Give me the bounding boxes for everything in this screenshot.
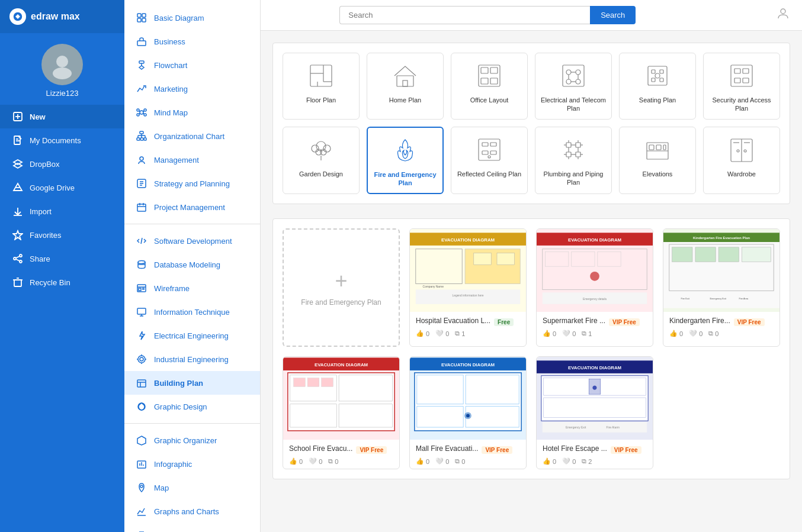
gallery-card-hospital-evac[interactable]: EVACUATION DIAGRAM Company Name Legend i… [409, 228, 527, 347]
template-card-seating-plan[interactable]: Seating Plan [619, 53, 696, 120]
supermarket-fire-thumb: EVACUATION DIAGRAM Emergency details [537, 229, 653, 312]
floor-plan-icon [306, 60, 336, 91]
svg-text:Emergency details: Emergency details [583, 298, 607, 301]
nav-item-marketing[interactable]: Marketing [124, 77, 260, 101]
nav-item-building-plan[interactable]: Building Plan [124, 371, 260, 395]
user-account-icon[interactable] [776, 7, 790, 24]
svg-point-68 [138, 356, 145, 363]
template-card-security-access[interactable]: Security and Access Plan [703, 53, 780, 120]
template-card-floor-plan[interactable]: Floor Plan [283, 53, 360, 120]
search-button[interactable]: Search [590, 6, 636, 24]
kindergarten-fire-likes: 👍 0 [669, 330, 683, 337]
google-drive-icon [12, 182, 24, 194]
app-logo[interactable]: edraw max [0, 0, 124, 33]
nav-item-mind-map-label: Mind Map [154, 108, 188, 117]
template-card-home-plan[interactable]: Home Plan [367, 53, 444, 120]
supermarket-fire-hearts: 🤍 0 [562, 330, 576, 337]
sidebar-item-recycle-bin[interactable]: Recycle Bin [0, 270, 124, 294]
infographic-icon [135, 457, 148, 470]
nav-item-org-chart[interactable]: Organizational Chart [124, 124, 260, 148]
svg-point-47 [140, 157, 143, 160]
template-card-office-layout[interactable]: Office Layout [451, 53, 528, 120]
nav-item-science-edu[interactable]: Science and Education [124, 523, 260, 532]
template-card-elevations[interactable]: Elevations [619, 127, 696, 195]
sidebar-item-import[interactable]: Import [0, 199, 124, 223]
gallery-card-supermarket-fire[interactable]: EVACUATION DIAGRAM Emergency details [536, 228, 653, 347]
hospital-evac-badge: Free [494, 318, 514, 326]
nav-item-graphs-charts[interactable]: Graphs and Charts [124, 499, 260, 523]
mall-fire-hearts: 🤍 0 [435, 457, 449, 465]
nav-item-infographic-label: Infographic [154, 460, 192, 469]
svg-point-146 [744, 150, 746, 152]
nav-item-graphic-organizer[interactable]: Graphic Organizer [124, 428, 260, 452]
nav-item-map[interactable]: Map [124, 476, 260, 499]
nav-item-graphs-charts-label: Graphs and Charts [154, 507, 219, 516]
sidebar-item-favorites-label: Favorites [30, 231, 61, 240]
sidebar-item-google-drive[interactable]: Google Drive [0, 176, 124, 199]
hospital-evac-info: Hospital Evacuation L... Free 👍 0 🤍 0 ⧉ … [410, 312, 526, 341]
gallery-card-hotel-fire[interactable]: EVACUATION DIAGRAM ⬤ Emergency Exit Fire… [536, 356, 653, 469]
nav-item-software-dev[interactable]: Software Development [124, 229, 260, 253]
office-layout-icon [474, 60, 505, 91]
template-grid: Floor Plan Home Plan Office Layout [272, 43, 790, 204]
nav-item-mind-map[interactable]: Mind Map [124, 101, 260, 124]
template-card-wardrobe[interactable]: Wardrobe [703, 127, 780, 195]
svg-line-56 [141, 238, 142, 244]
svg-rect-209 [543, 422, 647, 433]
svg-point-166 [590, 272, 599, 281]
gallery-card-kindergarten-fire[interactable]: Kindergarten Fire Evacuation Plan Fire E… [663, 228, 780, 347]
home-plan-icon [390, 60, 421, 91]
nav-item-infographic[interactable]: Infographic [124, 452, 260, 476]
business-icon [135, 35, 148, 48]
nav-item-basic-diagram[interactable]: Basic Diagram [124, 6, 260, 30]
sidebar-item-my-documents[interactable]: My Documents [0, 128, 124, 152]
template-card-reflected-ceiling[interactable]: Reflected Ceiling Plan [451, 127, 528, 195]
svg-point-129 [488, 156, 490, 158]
username: Lizzie123 [46, 89, 79, 98]
sidebar-item-google-drive-label: Google Drive [30, 183, 75, 192]
app-name: edraw max [31, 11, 80, 22]
nav-item-industrial-eng[interactable]: Industrial Engineering [124, 347, 260, 371]
template-card-fire-emergency[interactable]: Fire and Emergency Plan [367, 127, 444, 195]
nav-item-flowchart[interactable]: Flowchart [124, 53, 260, 77]
supermarket-fire-likes: 👍 0 [543, 330, 556, 337]
svg-point-2 [53, 67, 72, 79]
search-input[interactable] [339, 6, 590, 24]
gallery-card-school-fire[interactable]: EVACUATION DIAGRAM [283, 356, 400, 469]
nav-item-basic-diagram-label: Basic Diagram [154, 14, 204, 22]
nav-item-management[interactable]: Management [124, 148, 260, 172]
svg-rect-94 [481, 67, 488, 73]
svg-rect-26 [139, 61, 144, 63]
sidebar-item-dropbox[interactable]: DropBox [0, 152, 124, 176]
nav-item-graphic-design[interactable]: Graphic Design [124, 395, 260, 418]
new-diagram-card[interactable]: + Fire and Emergency Plan [283, 228, 400, 347]
nav-item-info-tech[interactable]: Information Technique [124, 300, 260, 324]
template-card-plumbing-piping[interactable]: Plumbing and Piping Plan [535, 127, 612, 195]
nav-item-strategy[interactable]: Strategy and Planning [124, 172, 260, 195]
school-fire-likes: 👍 0 [289, 457, 303, 465]
security-access-label: Security and Access Plan [708, 96, 775, 113]
sidebar-item-share[interactable]: Share [0, 247, 124, 270]
nav-item-database[interactable]: Database Modeling [124, 253, 260, 276]
svg-rect-189 [307, 378, 319, 387]
nav-item-electrical-eng[interactable]: Electrical Engineering [124, 324, 260, 347]
svg-rect-126 [490, 143, 496, 146]
nav-item-project-mgmt[interactable]: Project Management [124, 195, 260, 219]
school-fire-thumb: EVACUATION DIAGRAM [283, 357, 399, 440]
garden-design-label: Garden Design [299, 170, 343, 178]
svg-rect-61 [139, 288, 141, 291]
school-fire-title: School Fire Evacu... [289, 444, 352, 453]
sidebar-item-new[interactable]: New [0, 105, 124, 128]
svg-rect-136 [566, 152, 571, 157]
nav-item-business[interactable]: Business [124, 30, 260, 53]
kindergarten-fire-copies: ⧉ 0 [708, 330, 718, 337]
sidebar-item-favorites[interactable]: Favorites [0, 223, 124, 247]
template-card-electrical-telecom[interactable]: Electrical and Telecom Plan [535, 53, 612, 120]
nav-item-database-label: Database Modeling [154, 260, 220, 269]
svg-rect-19 [14, 280, 21, 286]
nav-item-project-mgmt-label: Project Management [154, 203, 225, 212]
gallery-card-mall-fire[interactable]: EVACUATION DIAGRAM Mall Fire Evac [409, 356, 527, 469]
template-card-garden-design[interactable]: Garden Design [283, 127, 360, 195]
plumbing-piping-label: Plumbing and Piping Plan [540, 170, 607, 187]
nav-item-wireframe[interactable]: Wireframe [124, 276, 260, 300]
